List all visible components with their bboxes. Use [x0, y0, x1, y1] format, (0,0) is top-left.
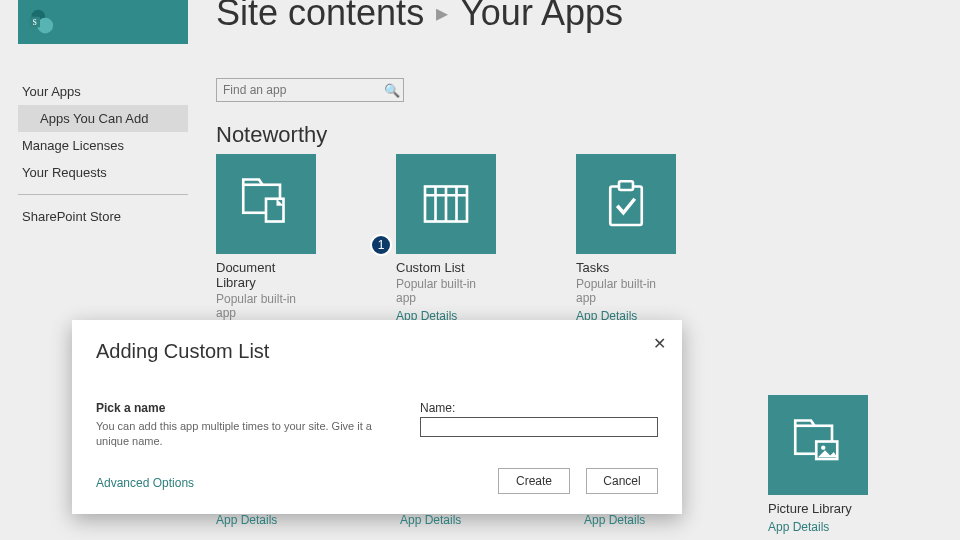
sidebar-item-your-requests[interactable]: Your Requests [18, 159, 188, 186]
step-badge-1: 1 [370, 234, 392, 256]
tile-subtitle: Popular built-in app [396, 277, 496, 305]
advanced-options-link[interactable]: Advanced Options [96, 476, 194, 490]
breadcrumb-site-contents[interactable]: Site contents [216, 0, 424, 34]
search-icon[interactable]: 🔍 [381, 83, 403, 98]
tile-title: Tasks [576, 260, 676, 275]
sidebar: Your Apps Apps You Can Add Manage Licens… [18, 78, 188, 230]
tile-document-library[interactable]: Document Library Popular built-in app Ap… [216, 154, 316, 338]
tile-title: Document Library [216, 260, 316, 290]
breadcrumb-your-apps[interactable]: Your Apps [460, 0, 623, 34]
sidebar-item-your-apps[interactable]: Your Apps [18, 78, 188, 105]
name-label: Name: [420, 401, 658, 415]
pick-name-description: You can add this app multiple times to y… [96, 419, 390, 450]
picture-library-icon [790, 417, 846, 473]
section-title-noteworthy: Noteworthy [216, 122, 327, 148]
app-details-link[interactable]: App Details [584, 513, 645, 527]
tile-custom-list[interactable]: Custom List Popular built-in app App Det… [396, 154, 496, 338]
cancel-button[interactable]: Cancel [586, 468, 658, 494]
sidebar-item-sharepoint-store[interactable]: SharePoint Store [18, 203, 188, 230]
close-icon[interactable]: ✕ [653, 334, 666, 353]
document-library-icon [238, 176, 294, 232]
pick-name-heading: Pick a name [96, 401, 390, 415]
breadcrumb: Site contents ▸ Your Apps [216, 0, 623, 34]
app-details-link[interactable]: App Details [216, 513, 277, 527]
svg-rect-11 [610, 187, 642, 226]
sharepoint-icon: S [26, 8, 54, 36]
sidebar-item-manage-licenses[interactable]: Manage Licenses [18, 132, 188, 159]
site-logo[interactable]: S [18, 0, 188, 44]
tile-title: Picture Library [768, 501, 868, 516]
tile-subtitle: Popular built-in app [216, 292, 316, 320]
create-button[interactable]: Create [498, 468, 570, 494]
dialog-title: Adding Custom List [96, 340, 658, 363]
tile-picture-library[interactable]: Picture Library App Details [768, 395, 868, 534]
name-input[interactable] [420, 417, 658, 437]
tile-subtitle: Popular built-in app [576, 277, 676, 305]
svg-rect-12 [619, 181, 633, 190]
svg-text:S: S [33, 18, 37, 27]
sidebar-item-apps-you-can-add[interactable]: Apps You Can Add [18, 105, 188, 132]
custom-list-icon [418, 176, 474, 232]
chevron-right-icon: ▸ [436, 0, 448, 27]
tile-title: Custom List [396, 260, 496, 275]
tile-tasks[interactable]: Tasks Popular built-in app App Details [576, 154, 676, 338]
app-details-link[interactable]: App Details [400, 513, 461, 527]
svg-rect-5 [266, 199, 284, 222]
search-input-wrap[interactable]: 🔍 [216, 78, 404, 102]
search-input[interactable] [217, 83, 381, 97]
noteworthy-tiles: Document Library Popular built-in app Ap… [216, 154, 676, 338]
tasks-icon [598, 176, 654, 232]
adding-custom-list-dialog: Adding Custom List ✕ Pick a name You can… [72, 320, 682, 514]
svg-point-15 [821, 445, 825, 449]
app-details-link[interactable]: App Details [768, 520, 868, 534]
